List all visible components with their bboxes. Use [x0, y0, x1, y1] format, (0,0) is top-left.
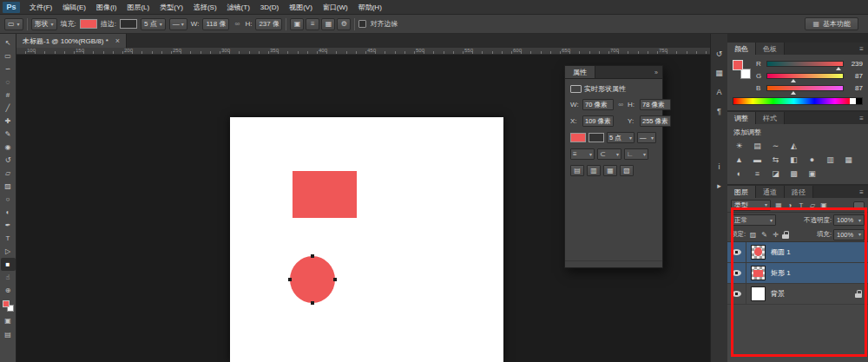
slider-track-b[interactable] — [766, 85, 844, 91]
menu-item-7[interactable]: 滤镜(T) — [222, 0, 255, 15]
menu-item-1[interactable]: 文件(F) — [24, 0, 57, 15]
stroke-color-swatch[interactable] — [120, 19, 137, 29]
exposure-icon[interactable]: ◭ — [786, 140, 801, 151]
collapse-panel-icon[interactable]: » — [654, 69, 658, 76]
slider-track-g[interactable] — [766, 73, 844, 79]
close-tab-icon[interactable]: × — [115, 36, 120, 45]
panel-menu-icon[interactable]: ≡ — [855, 112, 868, 124]
panel-resize-handle[interactable] — [565, 260, 662, 267]
align-edges-checkbox[interactable] — [358, 20, 366, 28]
panel-menu-icon[interactable]: ≡ — [855, 43, 868, 55]
menu-item-5[interactable]: 类型(Y) — [155, 0, 188, 15]
marquee-tool[interactable]: ▭ — [1, 49, 16, 63]
actions-panel-icon[interactable]: ▸ — [713, 180, 726, 191]
slider-thumb[interactable] — [791, 79, 796, 82]
pen-tool[interactable]: ✒ — [1, 219, 16, 232]
shape-width-input[interactable]: 118 像 — [202, 18, 229, 30]
tab-layers[interactable]: 图层 — [727, 186, 756, 198]
stroke-style-select[interactable]: — ▾ — [169, 18, 187, 30]
document-canvas[interactable] — [230, 117, 503, 362]
ellipse-shape[interactable] — [290, 256, 335, 303]
black-white-icon[interactable]: ◧ — [786, 154, 801, 165]
color-swatches-tool[interactable] — [3, 300, 14, 312]
prop-stroke-swatch[interactable] — [589, 133, 604, 142]
menu-item-6[interactable]: 选择(S) — [188, 0, 222, 15]
tab-paths[interactable]: 路径 — [785, 186, 813, 198]
dodge-tool[interactable]: ◐ — [1, 206, 16, 219]
path-operations-icon[interactable]: ▣ — [290, 18, 304, 30]
screen-mode-button[interactable]: ▤ — [1, 328, 16, 341]
photo-filter-icon[interactable]: ● — [805, 154, 819, 165]
swatches-panel-icon[interactable]: ▦ — [713, 67, 726, 78]
curves-icon[interactable]: ∼ — [768, 140, 783, 151]
character-panel-icon[interactable]: A — [713, 86, 726, 97]
eyedropper-tool[interactable]: ╱ — [1, 102, 16, 115]
tool-preset-button[interactable]: ▭ ▾ — [4, 18, 23, 30]
shape-op-4-icon[interactable]: ▧ — [620, 165, 634, 176]
document-tab[interactable]: 未标题-1 @ 100%(RGB/8) * × — [16, 34, 127, 48]
selective-color-icon[interactable]: ▣ — [805, 168, 819, 179]
eraser-tool[interactable]: ▱ — [1, 167, 16, 180]
clone-stamp-tool[interactable]: ◉ — [1, 141, 16, 154]
tab-swatches[interactable]: 色板 — [756, 43, 785, 55]
link-dimensions-icon[interactable]: ∞ — [233, 20, 241, 28]
gradient-map-icon[interactable]: ▩ — [786, 168, 801, 179]
anchor-point-top[interactable] — [311, 254, 314, 258]
history-panel-icon[interactable]: ↺ — [713, 48, 726, 59]
type-tool[interactable]: T — [1, 232, 16, 245]
tab-styles[interactable]: 样式 — [756, 112, 785, 124]
color-balance-icon[interactable]: ⇆ — [768, 154, 783, 165]
rectangle-shape[interactable] — [293, 171, 357, 218]
gradient-tool[interactable]: ▨ — [1, 180, 16, 193]
tab-adjustments[interactable]: 调整 — [727, 112, 756, 124]
stroke-caps-select[interactable]: ⊂▾ — [597, 148, 621, 160]
slider-thumb[interactable] — [836, 67, 841, 70]
menu-item-11[interactable]: 帮助(H) — [353, 0, 387, 15]
color-lookup-icon[interactable]: ▦ — [841, 154, 856, 165]
color-spectrum-bar[interactable] — [733, 97, 863, 105]
menu-item-3[interactable]: 图像(I) — [91, 0, 122, 15]
shape-tool[interactable]: ■ — [1, 258, 16, 271]
prop-y-input[interactable]: 255 像素 — [640, 115, 671, 127]
posterize-icon[interactable]: ≡ — [750, 168, 765, 179]
invert-icon[interactable]: ◐ — [732, 168, 746, 179]
link-dimensions-icon[interactable]: ∞ — [616, 101, 625, 109]
black-chip[interactable] — [856, 98, 862, 104]
threshold-icon[interactable]: ◪ — [768, 168, 783, 179]
slider-thumb[interactable] — [791, 91, 796, 95]
path-alignment-icon[interactable]: ≡ — [306, 18, 319, 30]
lasso-tool[interactable]: ∽ — [1, 63, 16, 76]
shape-op-1-icon[interactable]: ▤ — [570, 165, 584, 176]
slider-track-r[interactable] — [766, 61, 844, 67]
stroke-width-select[interactable]: 5 点 ▾ — [141, 18, 166, 30]
anchor-point-right[interactable] — [333, 278, 337, 281]
tab-channels[interactable]: 通道 — [756, 186, 785, 198]
zoom-tool[interactable]: ⊕ — [1, 284, 16, 297]
path-arrange-icon[interactable]: ▦ — [321, 18, 335, 30]
shape-op-3-icon[interactable]: ▦ — [603, 165, 617, 176]
tab-color[interactable]: 颜色 — [727, 43, 756, 55]
info-panel-icon[interactable]: i — [713, 161, 726, 172]
menu-item-4[interactable]: 图层(L) — [122, 0, 155, 15]
tab-properties[interactable]: 属性 — [565, 66, 595, 78]
healing-brush-tool[interactable]: ✚ — [1, 115, 16, 128]
menu-item-8[interactable]: 3D(D) — [255, 0, 284, 15]
move-tool[interactable]: ↖ — [1, 36, 16, 49]
hand-tool[interactable]: ☝ — [1, 271, 16, 284]
menu-item-9[interactable]: 视图(V) — [284, 0, 318, 15]
levels-icon[interactable]: ▤ — [750, 140, 765, 151]
hue-saturation-icon[interactable]: ▬ — [750, 154, 765, 165]
more-options-gear-icon[interactable]: ⚙ — [337, 18, 351, 30]
quick-mask-button[interactable]: ▣ — [1, 314, 16, 327]
channel-mixer-icon[interactable]: ▥ — [823, 154, 838, 165]
white-chip[interactable] — [850, 98, 856, 104]
foreground-color-chip[interactable] — [3, 300, 10, 307]
stroke-align-select[interactable]: ≡▾ — [570, 148, 595, 160]
panel-menu-icon[interactable]: ≡ — [855, 186, 868, 198]
workspace-switcher-button[interactable]: ▦ 基本功能 — [805, 17, 858, 30]
tool-mode-select[interactable]: 形状 ▾ — [31, 18, 57, 30]
menu-item-2[interactable]: 编辑(E) — [57, 0, 91, 15]
prop-fill-swatch[interactable] — [570, 133, 586, 142]
quick-selection-tool[interactable]: ◌ — [1, 76, 16, 89]
prop-stroke-style-select[interactable]: — ▾ — [637, 132, 656, 143]
